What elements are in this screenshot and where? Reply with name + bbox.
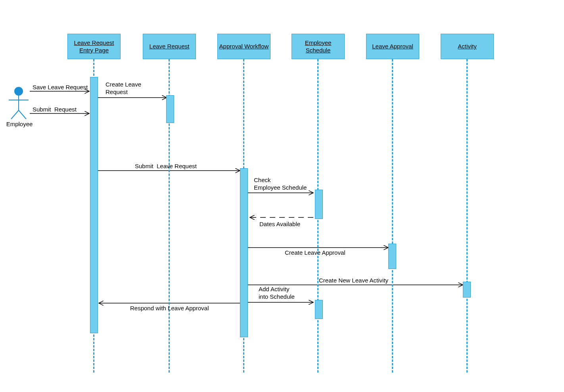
svg-line-4 [19,110,26,119]
activation-p1 [90,77,98,333]
activation-p5 [388,244,396,269]
participant-activity: Activity [441,34,494,59]
participant-label: Activity [458,42,477,50]
actor-stick-figure [9,87,29,119]
msg-check-employee-schedule: Check Employee Schedule [254,177,307,192]
participant-leave-request-entry-page: Leave Request Entry Page [67,34,121,59]
participant-leave-request: Leave Request [143,34,196,59]
lifeline-p6 [466,59,468,373]
svg-line-3 [11,110,19,119]
activation-p4-b [315,300,323,319]
msg-create-leave-approval: Create Leave Approval [285,249,345,257]
activation-p4-a [315,190,323,219]
activation-p6 [463,282,471,298]
actor-label: Employee [6,121,33,127]
msg-create-leave-request: Create Leave Request [106,81,141,96]
lifeline-p5 [392,59,393,373]
msg-submit-request: Submit Request [33,106,77,113]
msg-dates-available: Dates Available [259,221,300,228]
participant-label: Leave Request [150,42,190,50]
participant-label: Employee Schedule [292,39,344,54]
msg-submit-leave-request: Submit Leave Request [135,163,197,170]
msg-create-new-leave-activity: Create New Leave Activity [319,277,388,284]
svg-point-0 [15,87,23,95]
participant-approval-workflow: Approval Workflow [217,34,270,59]
participant-label: Leave Request Entry Page [68,39,120,54]
participant-employee-schedule: Employee Schedule [292,34,345,59]
sequence-diagram-canvas: Employee Leave Request Entry Page Leave … [0,0,564,392]
activation-p2 [166,95,174,123]
participant-label: Leave Approval [372,42,413,50]
msg-respond-with-leave-approval: Respond with Leave Approval [130,305,209,312]
participant-label: Approval Workflow [219,42,269,50]
msg-add-activity-into-schedule: Add Activity into Schedule [259,286,295,301]
participant-leave-approval: Leave Approval [366,34,419,59]
activation-p3 [240,168,248,337]
msg-save-leave-request: Save Leave Request [33,84,88,91]
